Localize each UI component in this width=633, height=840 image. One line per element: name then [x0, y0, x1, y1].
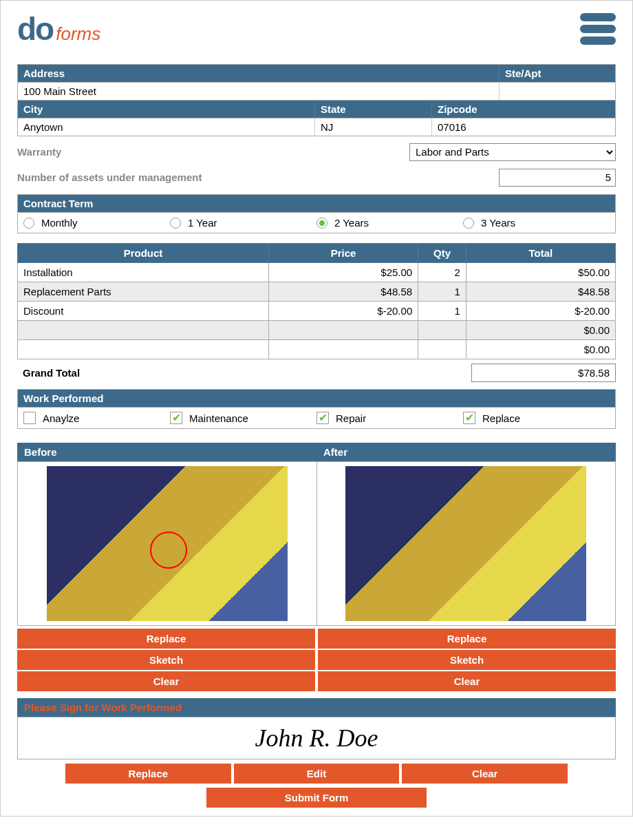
product-header: Price: [268, 244, 418, 263]
sig-clear-button[interactable]: Clear: [402, 764, 568, 784]
menu-icon[interactable]: [580, 13, 616, 45]
contract-option-label: 2 Years: [334, 217, 369, 229]
table-row: $0.00: [18, 321, 616, 340]
ste-field[interactable]: [500, 83, 615, 100]
work-label: Replace: [482, 412, 520, 424]
warranty-label: Warranty: [17, 142, 61, 162]
value-cell[interactable]: $48.58: [466, 282, 615, 302]
value-cell[interactable]: [418, 321, 466, 340]
warranty-select[interactable]: Labor and Parts: [409, 143, 616, 161]
grand-total-value: $78.58: [471, 364, 616, 382]
zip-field[interactable]: 07016: [432, 118, 615, 136]
assets-label: Number of assets under management: [17, 167, 202, 187]
contract-radio[interactable]: [316, 218, 328, 229]
work-label: Repair: [336, 412, 366, 424]
work-checkbox[interactable]: ✔: [170, 412, 182, 424]
before-sketch-button[interactable]: Sketch: [17, 650, 315, 670]
table-row: Installation$25.002$50.00: [18, 263, 616, 282]
sig-edit-button[interactable]: Edit: [234, 764, 400, 784]
assets-input[interactable]: [499, 169, 616, 187]
table-row: Replacement Parts$48.581$48.58: [18, 282, 616, 302]
signature-field[interactable]: John R. Doe: [17, 717, 616, 759]
value-cell[interactable]: [268, 321, 418, 340]
product-header: Product: [18, 244, 269, 263]
value-cell[interactable]: $25.00: [268, 263, 418, 282]
address-field[interactable]: 100 Main Street: [18, 83, 500, 100]
product-table: ProductPriceQtyTotal Installation$25.002…: [17, 243, 616, 359]
value-cell[interactable]: $48.58: [268, 282, 418, 302]
after-replace-button[interactable]: Replace: [318, 629, 616, 649]
work-checkbox[interactable]: ✔: [316, 412, 329, 424]
product-header: Total: [466, 244, 615, 263]
value-cell[interactable]: [268, 340, 418, 359]
state-field[interactable]: NJ: [315, 118, 432, 136]
value-cell[interactable]: 1: [418, 302, 466, 321]
product-cell[interactable]: [18, 321, 269, 340]
value-cell[interactable]: 2: [418, 263, 466, 282]
grand-total-label: Grand Total: [17, 367, 80, 379]
contract-option-label: 1 Year: [188, 217, 217, 229]
product-cell[interactable]: Replacement Parts: [18, 282, 269, 302]
product-cell[interactable]: Installation: [18, 263, 269, 282]
city-label: City: [18, 101, 315, 118]
city-field[interactable]: Anytown: [18, 118, 315, 136]
product-cell[interactable]: Discount: [18, 302, 269, 321]
before-clear-button[interactable]: Clear: [17, 671, 315, 691]
zip-label: Zipcode: [432, 101, 615, 118]
state-label: State: [315, 101, 432, 118]
contract-option-label: 3 Years: [481, 217, 515, 229]
value-cell[interactable]: $0.00: [466, 340, 615, 359]
before-photo[interactable]: [47, 466, 288, 621]
product-cell[interactable]: [18, 340, 269, 359]
work-label: Anaylze: [43, 412, 79, 424]
contract-radio[interactable]: [463, 218, 474, 229]
value-cell[interactable]: $0.00: [466, 321, 615, 340]
value-cell[interactable]: [418, 340, 466, 359]
before-replace-button[interactable]: Replace: [17, 629, 315, 649]
work-header: Work Performed: [17, 389, 616, 408]
after-clear-button[interactable]: Clear: [318, 671, 616, 691]
work-checkbox[interactable]: ✔: [463, 412, 475, 424]
contract-radio[interactable]: [170, 218, 181, 229]
submit-button[interactable]: Submit Form: [206, 788, 427, 808]
contract-radio[interactable]: [23, 218, 34, 229]
before-label: Before: [17, 443, 316, 461]
after-photo[interactable]: [345, 466, 586, 621]
after-label: After: [316, 443, 616, 461]
contract-option-label: Monthly: [41, 217, 78, 229]
table-row: $0.00: [18, 340, 616, 359]
table-row: Discount$-20.001$-20.00: [18, 302, 616, 321]
work-checkbox[interactable]: [23, 412, 36, 424]
ste-label: Ste/Apt: [500, 65, 615, 82]
signature-header: Please Sign for Work Performed: [17, 698, 616, 717]
work-label: Maintenance: [189, 412, 248, 424]
contract-header: Contract Term: [17, 194, 616, 213]
sig-replace-button[interactable]: Replace: [65, 764, 231, 784]
after-sketch-button[interactable]: Sketch: [318, 650, 616, 670]
value-cell[interactable]: $-20.00: [466, 302, 615, 321]
logo: do forms: [17, 10, 100, 48]
value-cell[interactable]: $-20.00: [268, 302, 418, 321]
value-cell[interactable]: $50.00: [466, 263, 615, 282]
product-header: Qty: [418, 244, 466, 263]
value-cell[interactable]: 1: [418, 282, 466, 302]
address-label: Address: [18, 65, 500, 82]
